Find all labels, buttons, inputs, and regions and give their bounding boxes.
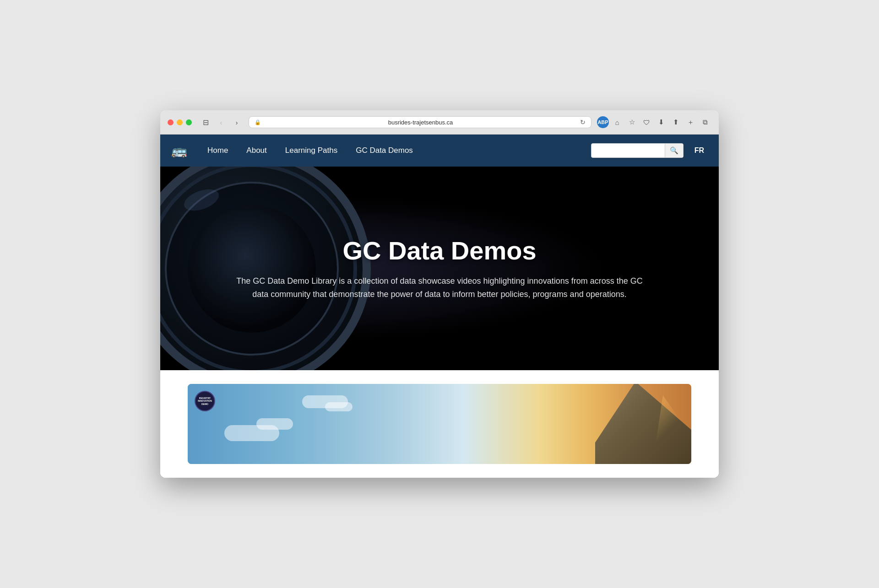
bookmark-button[interactable]: ☆ (625, 116, 638, 129)
share-button[interactable]: ⬆ (669, 116, 682, 129)
address-bar[interactable] (264, 119, 577, 126)
browser-controls: ⊟ ‹ › (199, 116, 243, 129)
shield-icon[interactable]: 🛡 (640, 116, 653, 129)
cloud-4 (302, 395, 348, 408)
maximize-button[interactable] (186, 119, 192, 125)
lock-icon: 🔒 (255, 119, 261, 125)
search-input[interactable] (591, 144, 665, 157)
browser-titlebar: ⊟ ‹ › 🔒 ↻ ABP ⌂ ☆ 🛡 ⬇ ⬆ ＋ ⧉ (160, 110, 719, 135)
traffic-lights (168, 119, 192, 125)
minimize-button[interactable] (177, 119, 183, 125)
close-button[interactable] (168, 119, 174, 125)
website-content: 🚌 Home About Learning Paths GC Data Demo… (160, 135, 719, 478)
cloud-2 (256, 418, 293, 430)
language-toggle[interactable]: FR (691, 145, 708, 156)
hero-content: GC Data Demos The GC Data Demo Library i… (215, 236, 664, 301)
browser-actions: ABP ⌂ ☆ 🛡 ⬇ ⬆ ＋ ⧉ (597, 116, 711, 129)
badge-text: REGISTRYINNOVATIONDEMO (198, 397, 212, 406)
nav-link-about[interactable]: About (237, 135, 276, 167)
download-button[interactable]: ⬇ (655, 116, 667, 129)
avatar-initials: ABP (597, 119, 608, 125)
site-nav: 🚌 Home About Learning Paths GC Data Demo… (160, 135, 719, 167)
card-container: REGISTRYINNOVATIONDEMO (160, 370, 719, 478)
hero-section: GC Data Demos The GC Data Demo Library i… (160, 167, 719, 370)
search-box: 🔍 (591, 143, 684, 158)
avatar-badge[interactable]: ABP (597, 116, 609, 128)
reload-button[interactable]: ↻ (580, 119, 586, 126)
plane-wing (591, 384, 691, 464)
forward-button[interactable]: › (230, 116, 243, 129)
search-button[interactable]: 🔍 (665, 144, 683, 157)
new-tab-button[interactable]: ＋ (684, 116, 697, 129)
nav-link-home[interactable]: Home (198, 135, 237, 167)
sidebar-toggle-button[interactable]: ⊟ (199, 116, 212, 129)
home-button[interactable]: ⌂ (611, 116, 624, 129)
back-button[interactable]: ‹ (215, 116, 228, 129)
hero-subtitle: The GC Data Demo Library is a collection… (233, 275, 646, 301)
nav-link-learning-paths[interactable]: Learning Paths (276, 135, 347, 167)
bus-icon: 🚌 (171, 143, 187, 158)
hero-title: GC Data Demos (233, 236, 646, 265)
address-bar-container: 🔒 ↻ (249, 116, 591, 128)
nav-links: Home About Learning Paths GC Data Demos (198, 135, 591, 167)
content-section: REGISTRYINNOVATIONDEMO (160, 370, 719, 478)
browser-window: ⊟ ‹ › 🔒 ↻ ABP ⌂ ☆ 🛡 ⬇ ⬆ ＋ ⧉ 🚌 (160, 110, 719, 478)
tabs-button[interactable]: ⧉ (699, 116, 711, 129)
featured-card[interactable]: REGISTRYINNOVATIONDEMO (188, 384, 691, 464)
nav-right: 🔍 FR (591, 143, 708, 158)
nav-logo[interactable]: 🚌 (171, 143, 187, 158)
nav-link-gc-data-demos[interactable]: GC Data Demos (347, 135, 422, 167)
card-badge: REGISTRYINNOVATIONDEMO (195, 391, 215, 411)
